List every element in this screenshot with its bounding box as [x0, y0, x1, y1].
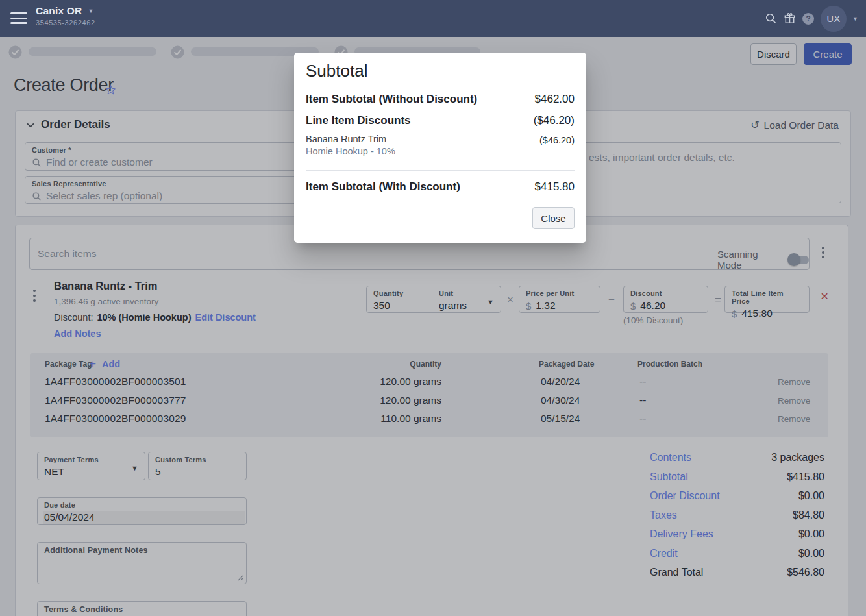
line-item-discounts-label: Line Item Discounts	[306, 114, 411, 127]
discount-detail-name: Homie Hookup - 10%	[306, 146, 395, 156]
facility-switcher[interactable]: Canix OR ▼ 354535-3262462	[36, 5, 95, 27]
subtotal-with-discount-label: Item Subtotal (With Discount)	[306, 180, 460, 193]
subtotal-without-discount-label: Item Subtotal (Without Discount)	[306, 93, 477, 106]
avatar[interactable]: UX	[821, 6, 847, 32]
discount-detail-value: ($46.20)	[539, 135, 575, 145]
line-item-discounts-value: ($46.20)	[534, 114, 575, 127]
facility-license-number: 354535-3262462	[36, 19, 95, 27]
top-nav-bar: Canix OR ▼ 354535-3262462 ? UX ▼	[0, 0, 866, 37]
create-order-screen: Canix OR ▼ 354535-3262462 ? UX ▼ Disca	[0, 0, 866, 616]
modal-title: Subtotal	[306, 61, 367, 81]
divider	[306, 170, 575, 171]
subtotal-without-discount-value: $462.00	[535, 93, 575, 106]
discount-detail-item: Banana Runtz Trim	[306, 134, 386, 144]
menu-icon[interactable]	[10, 12, 27, 25]
subtotal-with-discount-value: $415.80	[535, 180, 575, 193]
chevron-down-icon: ▼	[88, 8, 93, 14]
facility-name[interactable]: Canix OR	[36, 5, 82, 17]
search-icon[interactable]	[764, 12, 777, 25]
account-chevron-down-icon[interactable]: ▼	[852, 16, 858, 22]
gift-icon[interactable]	[783, 12, 796, 25]
help-icon[interactable]: ?	[802, 12, 815, 25]
close-button[interactable]: Close	[532, 207, 575, 229]
subtotal-modal: Subtotal Item Subtotal (Without Discount…	[294, 53, 586, 243]
topbar-actions: ? UX ▼	[764, 0, 858, 37]
